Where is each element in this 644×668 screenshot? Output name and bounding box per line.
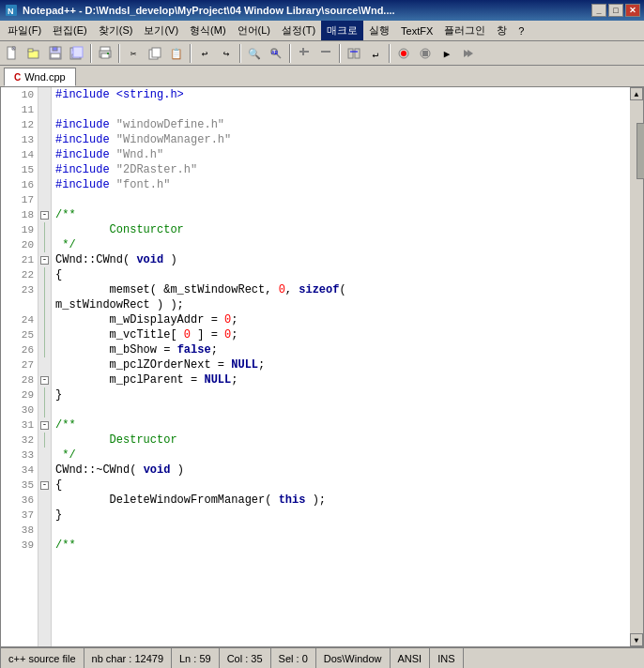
wrap-button[interactable]: ↵ [365, 43, 386, 64]
save-all-button[interactable] [67, 43, 87, 64]
svg-text:N: N [8, 7, 14, 16]
fold-18-icon[interactable]: - [40, 211, 49, 220]
fold-31-icon[interactable]: - [40, 376, 49, 385]
fold-31[interactable]: - [38, 372, 51, 387]
menu-window[interactable]: 창 [491, 21, 513, 40]
menu-language[interactable]: 언어(L) [232, 21, 276, 40]
find-button[interactable]: 🔍 [244, 43, 265, 64]
toolbar-sep-1 [90, 44, 92, 63]
redo-button[interactable]: ↪ [216, 43, 237, 64]
fold-space [38, 448, 51, 463]
status-charset: ANSI [391, 648, 431, 668]
undo-button[interactable]: ↩ [194, 43, 215, 64]
replace-button[interactable]: AB [266, 43, 286, 64]
svg-rect-26 [355, 49, 360, 58]
new-button[interactable] [2, 43, 23, 64]
cut-button[interactable]: ✂ [123, 43, 144, 64]
code-line-21: CWnd::CWnd( void ) [55, 252, 626, 267]
svg-rect-8 [51, 53, 60, 58]
ln-12: 12 [1, 117, 38, 132]
print-button[interactable] [95, 43, 115, 64]
run-macro-button[interactable] [458, 43, 479, 64]
toolbar-sep-5 [289, 44, 291, 63]
ln-16: 16 [1, 177, 38, 192]
fold-35-icon[interactable]: - [40, 421, 49, 430]
code-line-23: memset( &m_stWindowRect, 0, sizeof( [55, 282, 626, 297]
code-line-24: m_wDisplayAddr = 0; [55, 312, 626, 327]
code-line-36: DeleteWindowFromManager( this ); [55, 493, 626, 508]
ln-32: 32 [1, 433, 38, 448]
zoom-in-button[interactable] [294, 43, 314, 64]
svg-rect-25 [348, 49, 353, 58]
code-area[interactable]: #include <string.h> #include "windowDefi… [52, 87, 630, 646]
code-line-12: #include "windowDefine.h" [55, 117, 626, 132]
play-macro-button[interactable]: ▶ [437, 43, 457, 64]
fold-space [38, 162, 51, 177]
fold-22-icon[interactable]: - [40, 256, 49, 265]
code-line-13: #include "WindowManager.h" [55, 132, 626, 147]
svg-rect-12 [73, 47, 83, 57]
status-sel: Sel : 0 [271, 648, 316, 668]
svg-point-29 [401, 51, 406, 56]
zoom-out-button[interactable] [315, 43, 336, 64]
ln-13: 13 [1, 132, 38, 147]
menu-format[interactable]: 형식(M) [184, 21, 232, 40]
ln-20: 20 [1, 237, 38, 252]
save-button[interactable] [45, 43, 66, 64]
fold-39[interactable]: - [38, 478, 51, 493]
menu-textfx[interactable]: TextFX [395, 21, 438, 40]
scroll-up-button[interactable]: ▲ [630, 87, 643, 100]
menu-help[interactable]: ? [513, 21, 529, 40]
code-line-15: #include "2DRaster.h" [55, 162, 626, 177]
scroll-down-button[interactable]: ▼ [630, 633, 643, 646]
stop-record-button[interactable] [415, 43, 436, 64]
fold-39-icon[interactable]: - [40, 481, 49, 490]
code-line-39: /** [55, 538, 626, 553]
fold-space [44, 433, 51, 448]
ln-38: 38 [1, 523, 38, 538]
open-button[interactable] [23, 43, 44, 64]
code-line-33: */ [55, 448, 626, 463]
fold-space [38, 147, 51, 162]
fold-space [44, 387, 51, 402]
fold-space [44, 312, 51, 327]
menu-settings[interactable]: 설정(T) [276, 21, 321, 40]
code-line-37: } [55, 508, 626, 523]
copy-button[interactable] [145, 43, 165, 64]
menu-run[interactable]: 실행 [363, 21, 395, 40]
code-line-32: Destructor [55, 433, 626, 448]
fold-18[interactable]: - [38, 207, 51, 222]
paste-button[interactable]: 📋 [166, 43, 187, 64]
statusbar: c++ source file nb char : 12479 Ln : 59 … [0, 647, 644, 668]
svg-marker-33 [468, 50, 473, 57]
record-macro-button[interactable] [393, 43, 414, 64]
close-button[interactable]: ✕ [625, 4, 640, 17]
menu-view[interactable]: 보기(V) [138, 21, 184, 40]
sync-scroll-button[interactable] [344, 43, 364, 64]
menu-find[interactable]: 찾기(S) [93, 21, 139, 40]
code-line-31: /** [55, 418, 626, 433]
fold-35[interactable]: - [38, 418, 51, 433]
svg-point-16 [107, 53, 109, 54]
fold-space [44, 222, 51, 237]
maximize-button[interactable]: □ [608, 4, 623, 17]
scroll-thumb[interactable] [636, 123, 644, 179]
code-line-23b: m_stWindowRect ) ); [55, 297, 626, 312]
minimize-button[interactable]: _ [591, 4, 606, 17]
svg-rect-7 [53, 47, 57, 51]
fold-22[interactable]: - [38, 252, 51, 267]
menu-macro[interactable]: 매크로 [321, 21, 363, 40]
tab-label: Wnd.cpp [24, 71, 65, 83]
fold-space [38, 192, 51, 207]
fold-space [38, 357, 51, 372]
menu-edit[interactable]: 편집(E) [47, 21, 93, 40]
code-line-26: m_bShow = false; [55, 342, 626, 357]
code-line-16: #include "font.h" [55, 177, 626, 192]
status-ins: INS [430, 648, 463, 668]
code-line-25: m_vcTitle[ 0 ] = 0; [55, 327, 626, 342]
fold-space [38, 132, 51, 147]
menu-file[interactable]: 파일(F) [2, 21, 47, 40]
status-file-type: c++ source file [0, 648, 84, 668]
menu-plugins[interactable]: 플러그인 [438, 21, 491, 40]
tab-wnd-cpp[interactable]: C Wnd.cpp [4, 68, 76, 86]
